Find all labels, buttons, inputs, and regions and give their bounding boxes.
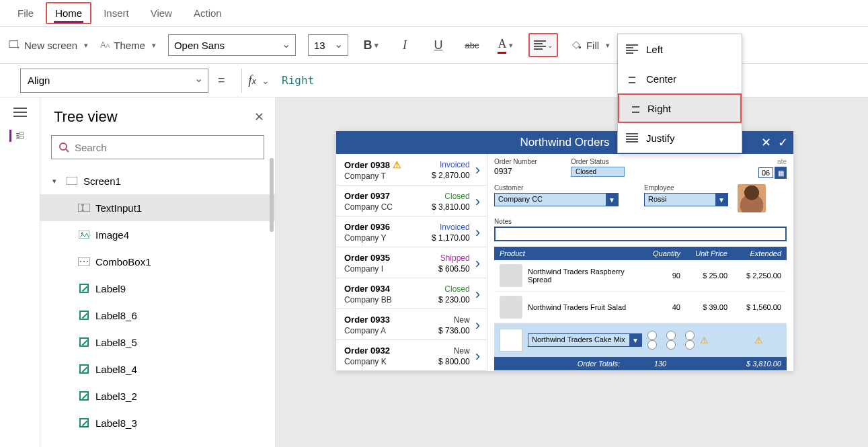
tree-view-title-row: Tree view ✕ [40, 106, 275, 135]
tree-search-input[interactable] [75, 142, 257, 153]
control-icon [78, 284, 90, 293]
fx-icon[interactable]: fx [249, 73, 257, 87]
order-gallery-item[interactable]: Order 0936Company YInvoiced$ 1,170.00› [336, 216, 487, 247]
order-gallery-item[interactable]: Order 0935Company IShipped$ 606.50› [336, 247, 487, 278]
product-edit-row: Northwind Traders Cake Mix▼ ⚠ ⚠ [494, 323, 787, 357]
align-left-item[interactable]: Left [618, 34, 742, 64]
order-detail-form: Order Number 0937 Order Status Closed at… [487, 154, 793, 371]
header-x-icon[interactable]: ✕ [761, 135, 771, 150]
chevron-down-icon[interactable]: ▼ [715, 194, 727, 206]
tree-node-image4[interactable]: Image4 [40, 221, 275, 248]
value-order-number: 0937 [494, 167, 561, 176]
align-right-item[interactable]: Right [618, 93, 742, 123]
menu-action[interactable]: Action [184, 2, 231, 24]
font-name-select[interactable] [168, 34, 296, 56]
fill-icon [570, 39, 582, 51]
hamburger-icon[interactable] [13, 107, 28, 118]
order-gallery-item[interactable]: Order 0934Company BBClosed$ 230.00› [336, 278, 487, 309]
product-row[interactable]: Northwind Traders Raspberry Spread90$ 25… [494, 260, 787, 292]
svg-rect-9 [67, 177, 77, 185]
order-gallery-item[interactable]: Order 0933Company ANew$ 736.00› [336, 309, 487, 340]
label-order-status: Order Status [571, 158, 625, 165]
product-thumb [500, 329, 522, 352]
fill-button[interactable]: Fill [570, 39, 610, 51]
product-list: Northwind Traders Raspberry Spread90$ 25… [494, 260, 787, 323]
customer-combobox[interactable]: Company CC▼ [494, 193, 619, 206]
tree-node-label8_5[interactable]: Label8_5 [40, 329, 275, 356]
order-gallery[interactable]: Order 0938 ⚠Company TInvoiced$ 2,870.00›… [336, 154, 487, 371]
menu-file[interactable]: File [8, 2, 43, 24]
order-gallery-item[interactable]: Order 0932Company KNew$ 800.00› [336, 340, 487, 371]
close-icon[interactable]: ✕ [254, 110, 264, 124]
canvas-area[interactable]: Left Center Right Justify Northwind Orde… [276, 97, 868, 447]
main-area: Tree view ✕ ▾Screen1TextInput1Image4Comb… [0, 97, 868, 447]
tree-node-label3_2[interactable]: Label3_2 [40, 382, 275, 409]
control-icon [78, 311, 90, 320]
tree-node-label8_3[interactable]: Label8_3 [40, 409, 275, 436]
property-input[interactable] [20, 69, 208, 93]
text-align-button[interactable]: ⌄ [528, 33, 558, 57]
tree-list: ▾Screen1TextInput1Image4ComboBox1Label9L… [40, 167, 275, 436]
control-icon [78, 230, 90, 239]
tree-node-screen1[interactable]: ▾Screen1 [40, 167, 275, 194]
fx-dropdown[interactable] [260, 75, 270, 87]
align-menu: Left Center Right Justify [617, 34, 742, 153]
svg-point-2 [579, 46, 582, 49]
menu-insert[interactable]: Insert [94, 2, 139, 24]
menu-view[interactable]: View [141, 2, 182, 24]
employee-combobox[interactable]: Rossi▼ [644, 193, 728, 206]
order-gallery-item[interactable]: Order 0937Company CCClosed$ 3,810.00› [336, 186, 487, 216]
fill-label: Fill [586, 40, 599, 51]
label-employee: Employee [644, 184, 728, 192]
menu-home[interactable]: Home [46, 2, 91, 24]
italic-button[interactable]: I [394, 34, 416, 56]
chevron-right-icon[interactable]: › [475, 161, 480, 179]
strikethrough-button[interactable]: abc [461, 34, 483, 56]
chevron-right-icon[interactable]: › [475, 224, 480, 241]
font-size-select[interactable] [308, 34, 348, 56]
align-justify-item[interactable]: Justify [618, 123, 742, 153]
tree-view-panel: Tree view ✕ ▾Screen1TextInput1Image4Comb… [40, 97, 276, 447]
chevron-down-icon[interactable]: ▼ [629, 334, 641, 346]
chevron-down-icon[interactable]: ▼ [606, 194, 618, 206]
new-screen-button[interactable]: + New screen [8, 39, 88, 51]
property-selector[interactable] [0, 69, 208, 93]
chevron-right-icon[interactable]: › [475, 317, 480, 334]
control-icon [78, 391, 90, 401]
tree-search[interactable] [51, 135, 264, 159]
chevron-right-icon[interactable]: › [475, 348, 480, 365]
chevron-right-icon[interactable]: › [475, 286, 480, 303]
tree-node-label9[interactable]: Label9 [40, 275, 275, 302]
order-gallery-item[interactable]: Order 0938 ⚠Company TInvoiced$ 2,870.00› [336, 154, 487, 186]
control-icon [78, 418, 90, 428]
warning-icon: ⚠ [393, 159, 401, 170]
theme-button[interactable]: AA Theme [100, 40, 156, 51]
product-row[interactable]: Northwind Traders Fruit Salad40$ 39.00$ … [494, 292, 787, 323]
chevron-right-icon[interactable]: › [475, 255, 480, 272]
tree-node-combobox1[interactable]: ComboBox1 [40, 248, 275, 275]
bold-button[interactable]: B [360, 34, 382, 56]
tree-node-label8_4[interactable]: Label8_4 [40, 356, 275, 382]
value-order-status: Closed [571, 167, 625, 177]
left-rail [0, 97, 40, 447]
chevron-right-icon[interactable]: › [475, 193, 480, 210]
order-date-picker[interactable]: 06 ▦ [758, 167, 787, 179]
tree-node-textinput1[interactable]: TextInput1 [40, 194, 275, 221]
notes-input[interactable] [494, 227, 787, 241]
tree-scrollbar-thumb[interactable] [270, 158, 274, 232]
font-size-input[interactable] [308, 34, 348, 56]
product-thumb [500, 264, 522, 287]
font-color-button[interactable]: A [495, 34, 516, 56]
header-check-icon[interactable]: ✓ [778, 135, 788, 150]
label-order-number: Order Number [494, 158, 561, 165]
font-name-input[interactable] [168, 34, 296, 56]
product-combobox[interactable]: Northwind Traders Cake Mix▼ [528, 333, 642, 347]
formula-value[interactable]: Right [282, 74, 314, 87]
calendar-icon[interactable]: ▦ [775, 167, 787, 179]
tree-node-label8_6[interactable]: Label8_6 [40, 302, 275, 329]
align-center-item[interactable]: Center [618, 64, 742, 93]
label-customer: Customer [494, 184, 619, 192]
selection-handles[interactable] [647, 331, 695, 350]
underline-button[interactable]: U [428, 34, 449, 56]
tree-view-icon[interactable] [9, 130, 24, 142]
